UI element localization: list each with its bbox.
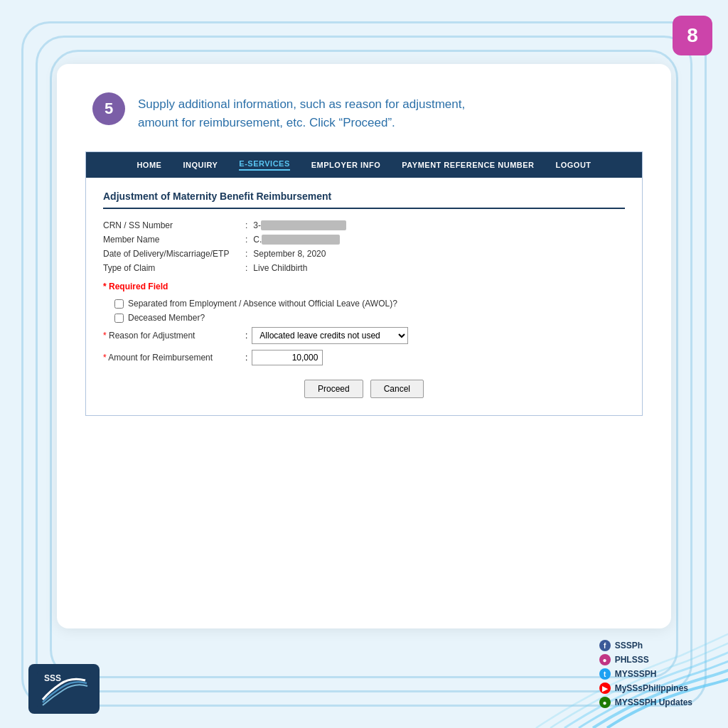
social-viber[interactable]: ● MYSSSPH Updates — [599, 697, 692, 708]
checkbox-deceased[interactable] — [114, 314, 124, 323]
youtube-icon: ▶ — [599, 682, 611, 694]
twitter-icon: t — [599, 668, 611, 680]
reason-label: Reason for Adjustment — [103, 331, 245, 341]
viber-icon: ● — [599, 697, 611, 708]
delivery-date-row: Date of Delivery/Miscarriage/ETP : Septe… — [103, 249, 625, 259]
amount-label: Amount for Reimbursement — [103, 353, 245, 363]
social-youtube[interactable]: ▶ MySSsPhilippines — [599, 682, 692, 694]
form-buttons: Proceed Cancel — [103, 380, 625, 398]
required-field-label: * Required Field — [103, 282, 625, 291]
nav-payment-ref[interactable]: PAYMENT REFERENCE NUMBER — [402, 161, 534, 169]
checkbox-deceased-label: Deceased Member? — [128, 313, 205, 323]
amount-input[interactable] — [252, 350, 323, 365]
member-name-blurred — [262, 235, 340, 245]
nav-inquiry[interactable]: INQUIRY — [183, 161, 218, 169]
nav-bar: HOME INQUIRY E-SERVICES EMPLOYER INFO PA… — [86, 152, 642, 178]
member-name-row: Member Name : C. — [103, 235, 625, 245]
reason-select[interactable]: Allocated leave credits not used — [252, 327, 408, 344]
instruction-row: 5 Supply additional information, such as… — [92, 92, 636, 132]
instruction-text: Supply additional information, such as r… — [138, 92, 465, 132]
social-twitter[interactable]: t MYSSSPH — [599, 668, 692, 680]
cancel-button[interactable]: Cancel — [370, 380, 424, 398]
sss-logo: SSS — [28, 664, 100, 714]
svg-text:SSS: SSS — [44, 673, 61, 683]
member-name-label: Member Name — [103, 235, 245, 245]
crn-blurred — [261, 220, 346, 230]
facebook-icon: f — [599, 640, 611, 651]
reason-row: Reason for Adjustment : Allocated leave … — [103, 327, 625, 344]
type-of-claim-value: Live Childbirth — [253, 263, 307, 273]
form-title: Adjustment of Maternity Benefit Reimburs… — [103, 191, 625, 209]
form-body: Adjustment of Maternity Benefit Reimburs… — [86, 178, 642, 415]
member-name-prefix: C. — [253, 235, 262, 245]
main-card: 5 Supply additional information, such as… — [57, 64, 671, 628]
type-of-claim-label: Type of Claim — [103, 263, 245, 273]
delivery-date-label: Date of Delivery/Miscarriage/ETP — [103, 249, 245, 259]
delivery-date-value: September 8, 2020 — [253, 249, 326, 259]
sss-form-container: HOME INQUIRY E-SERVICES EMPLOYER INFO PA… — [85, 151, 643, 416]
crn-prefix: 3- — [253, 220, 261, 230]
nav-home[interactable]: HOME — [136, 161, 161, 169]
nav-logout[interactable]: LOGOUT — [556, 161, 592, 169]
sss-logo-svg: SSS — [36, 670, 92, 709]
social-facebook[interactable]: f SSSPh — [599, 640, 692, 651]
social-instagram[interactable]: ● PHLSSS — [599, 654, 692, 665]
checkbox-awol-row: Separated from Employment / Absence with… — [114, 299, 625, 309]
type-of-claim-row: Type of Claim : Live Childbirth — [103, 263, 625, 273]
amount-row: Amount for Reimbursement : — [103, 350, 625, 365]
instagram-icon: ● — [599, 654, 611, 665]
step-circle: 5 — [92, 92, 125, 125]
nav-employer-info[interactable]: EMPLOYER INFO — [311, 161, 381, 169]
crn-field-row: CRN / SS Number : 3- — [103, 220, 625, 230]
nav-eservices[interactable]: E-SERVICES — [239, 159, 289, 171]
checkbox-awol[interactable] — [114, 299, 124, 309]
crn-label: CRN / SS Number — [103, 220, 245, 230]
checkbox-awol-label: Separated from Employment / Absence with… — [128, 299, 397, 309]
page-step-badge: 8 — [673, 16, 712, 55]
social-links: f SSSPh ● PHLSSS t MYSSSPH ▶ MySSsPhilip… — [599, 640, 692, 708]
form-readonly-fields: CRN / SS Number : 3- Member Name : C. Da… — [103, 220, 625, 273]
checkbox-deceased-row: Deceased Member? — [114, 313, 625, 323]
proceed-button[interactable]: Proceed — [304, 380, 363, 398]
